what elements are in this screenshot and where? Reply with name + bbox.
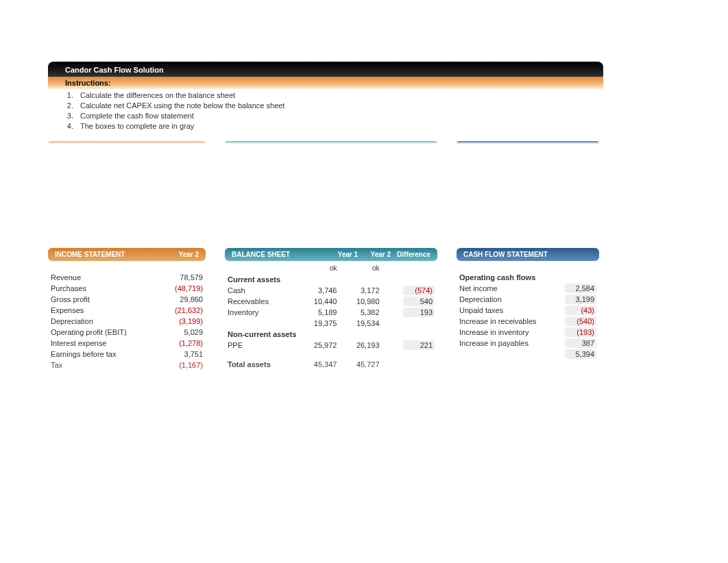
is-row-label: Revenue [48, 272, 160, 283]
cf-row-label: Unpaid taxes [457, 305, 555, 316]
instr-text: Calculate the differences on the balance… [80, 90, 235, 101]
instr-text: Calculate net CAPEX using the note below… [80, 101, 284, 111]
bs-subtotal-y1: 19,375 [297, 318, 339, 329]
is-row-value: 29,860 [160, 294, 206, 305]
bs-row-y2: 3,172 [339, 285, 382, 296]
instructions-heading: Instructions: [48, 77, 603, 89]
bs-year2: Year 2 [358, 251, 391, 258]
cf-row-value: (193) [565, 327, 596, 337]
is-row-label: Expenses [48, 305, 160, 316]
is-row-label: Depreciation [48, 316, 160, 327]
is-row-value: (21,632) [160, 305, 206, 316]
is-row-value: 5,029 [160, 327, 206, 338]
instr-num: 4. [65, 121, 73, 132]
cf-row-label: Increase in receivables [457, 316, 555, 327]
cf-row-value: (43) [565, 305, 596, 315]
cf-row-label: Net income [457, 283, 555, 294]
instr-num: 3. [65, 111, 73, 121]
bs-row-y1: 5,189 [297, 307, 339, 318]
cf-row-value: (540) [565, 316, 596, 326]
cf-row-value: 2,584 [565, 284, 596, 293]
instr-num: 2. [65, 101, 73, 111]
fade-overlay [0, 360, 728, 563]
instr-text: The boxes to complete are in gray [80, 121, 194, 132]
cf-row-label: Increase in payables [457, 338, 555, 349]
is-row-label: Gross profit [48, 294, 160, 305]
bs-section-current: Current assets [225, 274, 437, 285]
is-row-value: 3,751 [160, 349, 206, 360]
bs-row-label: Cash [225, 285, 297, 296]
bs-row-diff: 540 [403, 297, 435, 306]
bs-diff: Difference [391, 251, 430, 258]
bs-section-noncurrent: Non-current assets [225, 329, 437, 340]
cf-row-value: 387 [565, 338, 596, 348]
is-row-value: 78,579 [160, 272, 206, 283]
is-row-label: Interest expense [48, 338, 160, 349]
income-statement: INCOME STATEMENTYear 2 Revenue78,579 Pur… [48, 248, 206, 371]
is-row-value: (3,199) [160, 316, 206, 327]
bs-subtotal-y2: 19,534 [339, 318, 382, 329]
cf-section-operating: Operating cash flows [457, 272, 599, 283]
is-row-label: Earnings before tax [48, 349, 160, 360]
bs-total-y1: 45,347 [297, 359, 339, 370]
bs-row-diff: 221 [403, 340, 435, 350]
is-title: INCOME STATEMENT [55, 251, 125, 258]
bs-row-y1: 25,972 [297, 340, 339, 351]
bs-row-y2: 10,980 [339, 296, 382, 307]
is-row-value: (1,167) [160, 360, 206, 371]
page-title: Candor Cash Flow Solution [48, 62, 603, 77]
bs-row-y1: 3,746 [297, 285, 339, 296]
cf-row-value: 3,199 [565, 295, 596, 304]
is-row-value: (1,278) [160, 338, 206, 349]
bs-row-label: Receivables [225, 296, 297, 307]
bs-row-y2: 26,193 [339, 340, 382, 351]
is-row-value: (48,719) [160, 283, 206, 294]
instructions-list: 1.Calculate the differences on the balan… [48, 89, 603, 137]
cf-title: CASH FLOW STATEMENT [463, 251, 548, 258]
is-row-label: Purchases [48, 283, 160, 294]
bs-row-y2: 5,382 [339, 307, 382, 318]
bs-row-y1: 10,440 [297, 296, 339, 307]
instr-num: 1. [65, 90, 73, 101]
bs-total-label: Total assets [225, 359, 297, 370]
cf-subtotal: 5,394 [565, 349, 596, 359]
is-row-label: Operating profit (EBIT) [48, 327, 160, 338]
cf-row-label: Increase in inventory [457, 327, 555, 338]
bs-year1: Year 1 [325, 251, 358, 258]
bs-row-label: PPE [225, 340, 297, 351]
cf-row-label: Depreciation [457, 294, 555, 305]
bs-title: BALANCE SHEET [232, 251, 290, 258]
instr-text: Complete the cash flow statement [80, 111, 194, 121]
balance-sheet: BALANCE SHEET Year 1 Year 2 Difference o… [225, 248, 437, 370]
is-row-label: Tax [48, 360, 160, 371]
is-year: Year 2 [179, 251, 199, 258]
bs-row-diff: 193 [403, 308, 435, 317]
cash-flow-statement: CASH FLOW STATEMENT Operating cash flows… [457, 248, 599, 360]
bs-row-diff: (574) [403, 286, 435, 295]
bs-row-label: Inventory [225, 307, 297, 318]
bs-ok: ok [339, 264, 382, 274]
bs-total-y2: 45,727 [339, 359, 382, 370]
section-accent-strip [48, 141, 603, 144]
bs-ok: ok [297, 264, 339, 274]
